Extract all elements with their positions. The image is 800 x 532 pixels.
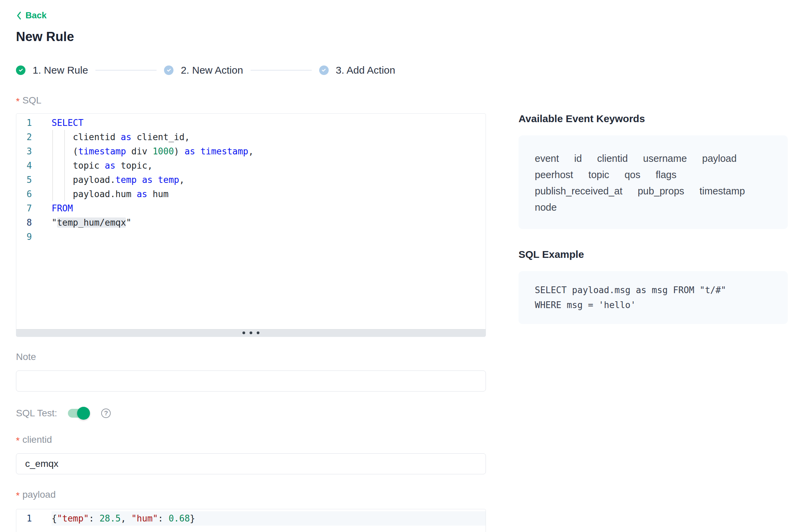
- check-icon: [166, 68, 171, 73]
- editor-resize-handle[interactable]: [16, 329, 486, 337]
- sql-field-label: * SQL: [16, 95, 486, 106]
- code-line: 7FROM: [16, 201, 486, 215]
- step-label[interactable]: 3. Add Action: [336, 64, 395, 76]
- sql-editor-lines: 1SELECT2 clientid as client_id,3 (timest…: [16, 114, 486, 244]
- payload-editor-lines: 1{"temp": 28.5, "hum": 0.68}: [16, 509, 486, 526]
- required-asterisk: *: [16, 490, 20, 501]
- sql-example-line: SELECT payload.msg as msg FROM "t/#": [535, 283, 771, 298]
- help-sidebar: Available Event Keywords eventidclientid…: [519, 113, 788, 324]
- indent-guide: [52, 130, 53, 201]
- line-number: 9: [16, 230, 32, 244]
- step-status-icon: [16, 65, 25, 75]
- code-line: 3 (timestamp div 1000) as timestamp,: [16, 144, 486, 158]
- toggle-knob: [77, 407, 90, 420]
- code-text: topic as topic,: [32, 160, 152, 171]
- line-number: 6: [16, 187, 32, 201]
- sql-test-label: SQL Test:: [16, 408, 57, 419]
- step-connector: [95, 70, 157, 71]
- step-label[interactable]: 2. New Action: [181, 64, 243, 76]
- code-text: FROM: [32, 203, 73, 213]
- line-number: 1: [16, 511, 32, 526]
- code-line: 5 payload.temp as temp,: [16, 173, 486, 187]
- code-text: clientid as client_id,: [32, 132, 190, 142]
- code-text: payload.temp as temp,: [32, 175, 184, 185]
- code-line: 9: [16, 230, 486, 244]
- back-link[interactable]: Back: [16, 10, 47, 21]
- event-keyword: qos: [624, 169, 640, 180]
- help-icon[interactable]: ?: [101, 408, 111, 418]
- check-icon: [321, 68, 326, 73]
- event-keyword: node: [535, 202, 557, 213]
- payload-field-label: * payload: [16, 489, 486, 500]
- sql-test-toggle[interactable]: [68, 409, 89, 418]
- sql-example-title: SQL Example: [519, 249, 788, 260]
- line-number: 5: [16, 173, 32, 187]
- code-line: 1SELECT: [16, 116, 486, 130]
- line-number: 1: [16, 116, 32, 130]
- sql-example-line: WHERE msg = 'hello': [535, 298, 771, 312]
- line-number: 2: [16, 130, 32, 144]
- keyword-row: node: [535, 199, 771, 215]
- keyword-row: eventidclientidusernamepayload: [535, 150, 771, 167]
- sql-code-editor[interactable]: 1SELECT2 clientid as client_id,3 (timest…: [16, 113, 486, 337]
- line-number: 4: [16, 158, 32, 173]
- event-keyword: clientid: [597, 153, 628, 164]
- code-line: 1{"temp": 28.5, "hum": 0.68}: [16, 511, 486, 526]
- required-asterisk: *: [16, 96, 20, 107]
- event-keyword: pub_props: [638, 186, 684, 197]
- event-keyword: username: [643, 153, 687, 164]
- chevron-left-icon: [16, 11, 22, 20]
- required-asterisk: *: [16, 435, 20, 446]
- page-title: New Rule: [16, 30, 486, 44]
- event-keywords-box: eventidclientidusernamepayloadpeerhostto…: [519, 135, 788, 229]
- keyword-row: peerhosttopicqosflags: [535, 167, 771, 183]
- step-status-icon: [164, 65, 174, 75]
- clientid-field-label: * clientid: [16, 434, 486, 445]
- step-status-icon: [319, 65, 329, 75]
- note-input[interactable]: [16, 370, 486, 392]
- back-label: Back: [25, 10, 47, 21]
- code-text: [32, 232, 52, 242]
- event-keyword: timestamp: [699, 186, 745, 197]
- event-keyword: publish_received_at: [535, 186, 622, 197]
- clientid-input[interactable]: [16, 453, 486, 474]
- code-text: SELECT: [32, 118, 84, 128]
- note-field-label: Note: [16, 352, 486, 362]
- payload-code-editor[interactable]: 1{"temp": 28.5, "hum": 0.68}: [16, 509, 486, 532]
- code-line: 8"temp_hum/emqx": [16, 215, 486, 230]
- event-keyword: topic: [588, 169, 609, 180]
- drag-dot: [242, 331, 245, 334]
- line-number: 7: [16, 201, 32, 215]
- keyword-row: publish_received_atpub_propstimestamp: [535, 183, 771, 199]
- event-keyword: flags: [656, 169, 676, 180]
- keywords-panel-title: Available Event Keywords: [519, 113, 788, 125]
- code-line: 4 topic as topic,: [16, 158, 486, 173]
- drag-dot: [257, 331, 259, 334]
- code-line: 2 clientid as client_id,: [16, 130, 486, 144]
- event-keyword: id: [574, 153, 582, 164]
- line-number: 8: [16, 215, 32, 230]
- code-text: {"temp": 28.5, "hum": 0.68}: [32, 513, 195, 524]
- drag-dot: [250, 331, 252, 334]
- code-text: "temp_hum/emqx": [32, 217, 131, 228]
- code-line: 6 payload.hum as hum: [16, 187, 486, 201]
- check-icon: [18, 68, 23, 73]
- event-keyword: peerhost: [535, 169, 573, 180]
- indent-guide: [64, 130, 65, 201]
- main-column: Back New Rule 1. New Rule2. New Action3.…: [16, 0, 486, 532]
- sql-example-box: SELECT payload.msg as msg FROM "t/#"WHER…: [519, 271, 788, 324]
- wizard-steps: 1. New Rule2. New Action3. Add Action: [16, 65, 486, 75]
- event-keyword: event: [535, 153, 559, 164]
- step-connector: [251, 70, 312, 71]
- code-text: (timestamp div 1000) as timestamp,: [32, 146, 254, 156]
- event-keyword: payload: [702, 153, 737, 164]
- step-label[interactable]: 1. New Rule: [33, 64, 88, 76]
- line-number: 3: [16, 144, 32, 158]
